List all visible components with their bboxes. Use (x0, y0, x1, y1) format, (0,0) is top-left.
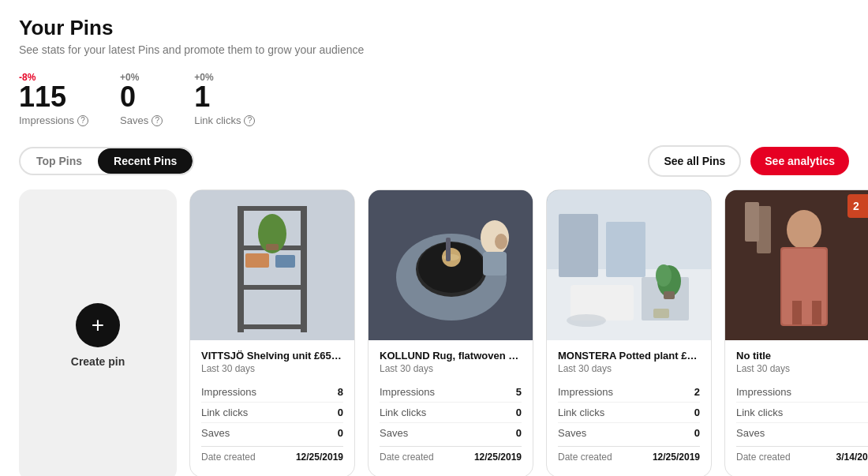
pin-image (190, 190, 354, 340)
tab-button[interactable]: Top Pins (21, 148, 98, 174)
pin-stat-saves: Saves 0 (558, 422, 700, 443)
pin-date-row: Date created 12/25/2019 (201, 446, 343, 467)
create-pin-label: Create pin (71, 355, 125, 368)
pin-date-row: Date created 12/25/2019 (558, 446, 700, 467)
help-icon[interactable]: ? (244, 115, 255, 126)
stat-label: Link clicks ? (194, 114, 255, 126)
svg-rect-6 (238, 324, 307, 329)
page-title: Your Pins (19, 16, 849, 40)
pin-stats: Impressions 5 Link clicks 0 Saves 0 (380, 382, 522, 443)
stat-value: 1 (194, 83, 255, 111)
pin-stat-saves: Saves 0 (380, 422, 522, 443)
pin-stats: Impressions 1 Link clicks 0 Saves 0 (736, 382, 868, 443)
pin-title: VITTSJÖ Shelving unit £65 RA... (201, 350, 343, 362)
svg-point-31 (567, 314, 606, 327)
pin-image: 2 (725, 190, 868, 340)
svg-rect-3 (238, 206, 307, 211)
impressions-value: 5 (516, 386, 522, 398)
link-clicks-value: 0 (694, 407, 700, 418)
svg-rect-26 (606, 222, 645, 277)
toolbar: Top PinsRecent Pins See all Pins See ana… (19, 145, 849, 177)
pin-stat-link-clicks: Link clicks 0 (736, 402, 868, 422)
saves-label: Saves (380, 427, 408, 439)
saves-value: 0 (338, 427, 343, 439)
pin-period: Last 30 days (201, 363, 343, 374)
pin-stat-impressions: Impressions 5 (380, 382, 522, 402)
see-analytics-button[interactable]: See analytics (750, 147, 849, 175)
stat-value: 0 (120, 83, 163, 111)
stat-value: 115 (19, 83, 88, 111)
stat-label: Saves ? (120, 114, 163, 126)
link-clicks-value: 0 (338, 407, 343, 418)
pin-stat-saves: Saves 0 (201, 422, 343, 443)
svg-point-19 (495, 234, 507, 249)
tab-group: Top PinsRecent Pins (19, 147, 194, 175)
pin-title: MONSTERA Potted plant £15 K... (558, 350, 700, 362)
pin-stat-impressions: Impressions 2 (558, 382, 700, 402)
saves-label: Saves (201, 427, 230, 439)
pin-period: Last 30 days (558, 363, 700, 374)
impressions-label: Impressions (736, 386, 791, 398)
svg-rect-29 (664, 291, 675, 299)
pin-info: No title Last 30 days Impressions 1 Link… (725, 340, 868, 476)
toolbar-right: See all Pins See analytics (648, 145, 849, 177)
svg-rect-1 (238, 206, 244, 332)
svg-point-28 (656, 264, 672, 287)
svg-rect-9 (245, 253, 269, 268)
stat-item: -8% 115 Impressions ? (19, 72, 88, 126)
pin-stats: Impressions 8 Link clicks 0 Saves 0 (201, 382, 343, 443)
impressions-value: 8 (338, 386, 343, 398)
pin-card: VITTSJÖ Shelving unit £65 RA... Last 30 … (189, 189, 355, 476)
pin-info: VITTSJÖ Shelving unit £65 RA... Last 30 … (190, 340, 354, 476)
see-all-button[interactable]: See all Pins (648, 145, 741, 177)
svg-rect-20 (483, 252, 507, 275)
pin-card: 2 No title Last 30 days Impressions 1 Li… (724, 189, 868, 476)
pin-image (369, 190, 533, 340)
pin-stat-saves: Saves 0 (736, 422, 868, 443)
impressions-label: Impressions (201, 386, 256, 398)
svg-text:2: 2 (853, 200, 859, 212)
pin-stat-impressions: Impressions 1 (736, 382, 868, 402)
create-pin-card[interactable]: + Create pin (19, 189, 177, 476)
pin-stats: Impressions 2 Link clicks 0 Saves 0 (558, 382, 700, 443)
pin-stat-link-clicks: Link clicks 0 (380, 402, 522, 422)
pin-title: KOLLUND Rug, flatwoven £26... (380, 350, 522, 362)
stat-item: +0% 1 Link clicks ? (194, 72, 255, 126)
tab-button[interactable]: Recent Pins (98, 148, 193, 174)
create-pin-icon: + (76, 303, 120, 347)
link-clicks-label: Link clicks (201, 407, 248, 418)
svg-rect-42 (745, 202, 759, 242)
pin-stat-link-clicks: Link clicks 0 (201, 402, 343, 422)
saves-value: 0 (694, 427, 700, 439)
date-created-value: 3/14/2020 (836, 452, 868, 463)
pin-period: Last 30 days (736, 363, 868, 374)
link-clicks-label: Link clicks (380, 407, 426, 418)
pin-card: KOLLUND Rug, flatwoven £26... Last 30 da… (368, 189, 533, 476)
stat-label: Impressions ? (19, 114, 88, 126)
date-created-label: Date created (201, 452, 256, 463)
impressions-label: Impressions (558, 386, 613, 398)
link-clicks-label: Link clicks (736, 407, 783, 418)
pin-stat-link-clicks: Link clicks 0 (558, 402, 700, 422)
svg-rect-5 (238, 285, 307, 290)
pin-image (547, 190, 711, 340)
pin-title: No title (736, 350, 868, 362)
stat-item: +0% 0 Saves ? (120, 72, 163, 126)
pin-card: MONSTERA Potted plant £15 K... Last 30 d… (546, 189, 712, 476)
pin-stat-impressions: Impressions 8 (201, 382, 343, 402)
help-icon[interactable]: ? (77, 115, 88, 126)
svg-rect-8 (266, 244, 279, 250)
help-icon[interactable]: ? (152, 115, 163, 126)
date-created-label: Date created (380, 452, 434, 463)
saves-value: 0 (516, 427, 522, 439)
svg-rect-17 (446, 238, 451, 261)
svg-rect-40 (812, 301, 821, 324)
pin-period: Last 30 days (380, 363, 522, 374)
pin-date-row: Date created 3/14/2020 (736, 446, 868, 467)
svg-rect-30 (653, 309, 669, 318)
link-clicks-label: Link clicks (558, 407, 604, 418)
date-created-value: 12/25/2019 (474, 452, 522, 463)
pin-info: MONSTERA Potted plant £15 K... Last 30 d… (547, 340, 711, 476)
svg-point-36 (787, 210, 821, 249)
page-header: Your Pins See stats for your latest Pins… (19, 16, 849, 56)
